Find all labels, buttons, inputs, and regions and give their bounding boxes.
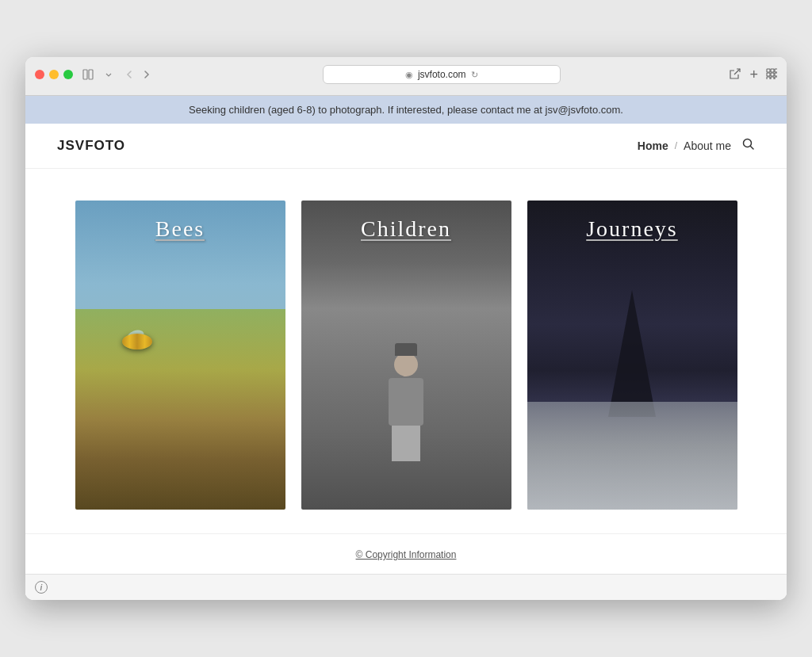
svg-rect-2 [767, 69, 770, 72]
journeys-label: Journeys [527, 216, 737, 242]
minimize-button[interactable] [49, 70, 59, 79]
chevron-down-icon[interactable] [102, 67, 116, 82]
gallery-grid: Bees [57, 201, 755, 510]
svg-rect-9 [771, 77, 774, 79]
bee-body [122, 334, 152, 350]
shield-icon: ◉ [405, 70, 413, 80]
close-button[interactable] [35, 70, 44, 79]
forward-icon[interactable] [140, 67, 154, 82]
journeys-card-inner: Journeys [527, 201, 737, 510]
child-head [394, 353, 418, 376]
bees-label: Bees [75, 216, 285, 242]
child-body [389, 378, 423, 426]
browser-tabs [35, 90, 777, 95]
journeys-visual [527, 201, 737, 510]
nav-separator: / [675, 140, 677, 151]
svg-rect-1 [89, 70, 93, 79]
child-legs [392, 426, 420, 461]
copyright-link[interactable]: © Copyright Information [356, 549, 457, 560]
browser-actions: + [729, 67, 777, 83]
site-footer: © Copyright Information [25, 533, 787, 574]
svg-rect-10 [775, 77, 777, 79]
address-bar[interactable]: ◉ jsvfoto.com ↻ [323, 65, 561, 84]
svg-rect-6 [771, 73, 774, 76]
children-label: Children [301, 216, 511, 242]
share-icon[interactable] [729, 67, 741, 82]
grid-icon[interactable] [766, 68, 777, 82]
info-icon[interactable]: i [35, 581, 48, 594]
gallery-card-children[interactable]: Children [301, 201, 511, 510]
browser-chrome: ◉ jsvfoto.com ↻ + [25, 57, 787, 96]
nav-about[interactable]: About me [684, 139, 731, 152]
gallery-card-journeys[interactable]: Journeys [527, 201, 737, 510]
reflection-pool [527, 402, 737, 510]
child-hat [395, 343, 417, 356]
bees-card-inner: Bees [75, 201, 285, 510]
info-bar: i [25, 574, 787, 600]
window-controls [35, 70, 73, 79]
children-visual [301, 201, 511, 510]
site-header: JSVFOTO Home / About me [25, 124, 787, 169]
site-content: Seeking children (aged 6-8) to photograp… [25, 96, 787, 600]
address-bar-wrapper: ◉ jsvfoto.com ↻ [160, 65, 722, 84]
child-figure [382, 353, 430, 464]
svg-rect-3 [771, 69, 774, 72]
maximize-button[interactable] [63, 70, 73, 79]
svg-rect-0 [83, 70, 87, 79]
new-tab-icon[interactable]: + [749, 67, 758, 83]
bees-flower-area [75, 309, 285, 510]
sidebar-toggle-icon[interactable] [81, 67, 95, 82]
gallery-card-bees[interactable]: Bees [75, 201, 285, 510]
bees-bee [117, 330, 157, 353]
reload-icon[interactable]: ↻ [471, 70, 478, 80]
svg-rect-4 [775, 69, 777, 72]
site-nav: Home / About me [638, 138, 755, 154]
svg-rect-5 [767, 73, 770, 76]
search-icon[interactable] [742, 138, 755, 154]
browser-nav: ◉ jsvfoto.com ↻ + [81, 65, 777, 84]
bees-visual [75, 201, 285, 510]
browser-window: ◉ jsvfoto.com ↻ + [25, 57, 787, 600]
back-icon[interactable] [122, 67, 136, 82]
title-bar: ◉ jsvfoto.com ↻ + [35, 65, 777, 84]
nav-home[interactable]: Home [638, 139, 668, 152]
announcement-text: Seeking children (aged 6-8) to photograp… [189, 104, 623, 116]
url-text: jsvfoto.com [418, 69, 466, 80]
gallery-section: Bees [25, 169, 787, 533]
children-card-inner: Children [301, 201, 511, 510]
svg-line-12 [751, 147, 754, 150]
nav-arrows [122, 67, 154, 82]
svg-rect-7 [775, 73, 777, 76]
announcement-banner: Seeking children (aged 6-8) to photograp… [25, 96, 787, 124]
svg-rect-8 [767, 77, 770, 79]
site-logo[interactable]: JSVFOTO [57, 138, 125, 154]
